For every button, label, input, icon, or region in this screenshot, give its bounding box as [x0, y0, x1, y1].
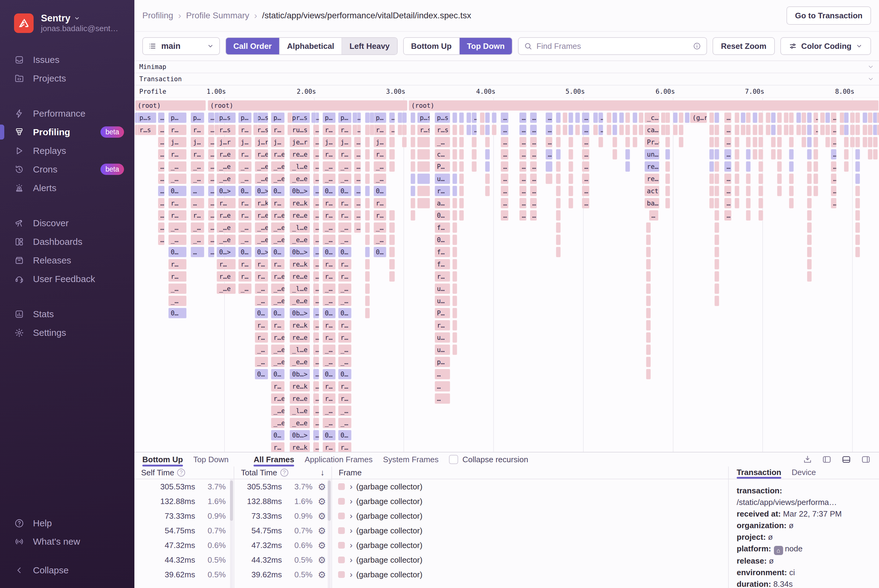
flame-cell[interactable]: un…n: [645, 149, 660, 160]
flame-cell[interactable]: [389, 149, 395, 160]
flame-cell[interactable]: [789, 161, 794, 172]
scrollbar-thumb[interactable]: [230, 480, 233, 521]
flame-cell[interactable]: [365, 161, 370, 172]
flame-cell[interactable]: [807, 161, 812, 172]
flame-cell[interactable]: …: [598, 112, 603, 123]
sidebar-item-profiling[interactable]: Profilingbeta: [0, 123, 134, 141]
flame-cell[interactable]: …: [158, 137, 165, 147]
flame-cell[interactable]: [771, 149, 776, 160]
flame-cell[interactable]: [679, 112, 684, 123]
flame-cell[interactable]: _e…e: [290, 296, 310, 306]
flame-cell[interactable]: [709, 186, 714, 196]
flame-cell[interactable]: _…e: [271, 296, 285, 306]
flame-cell[interactable]: [868, 137, 873, 147]
flame-cell[interactable]: …: [354, 173, 361, 184]
flame-cell[interactable]: …: [519, 112, 526, 123]
flame-cell[interactable]: …: [582, 198, 589, 208]
flame-cell[interactable]: [646, 357, 651, 367]
flame-cell[interactable]: …: [313, 234, 319, 245]
flame-cell[interactable]: [646, 320, 651, 331]
flame-cell[interactable]: Pr…d: [645, 137, 660, 147]
flame-cell[interactable]: [556, 234, 561, 245]
flame-cell[interactable]: [452, 320, 457, 331]
tab-application-frames[interactable]: Application Frames: [305, 453, 373, 466]
flame-cell[interactable]: _…: [323, 357, 336, 367]
flame-cell[interactable]: 0b…>: [290, 247, 310, 257]
flame-cell[interactable]: [563, 124, 568, 135]
flame-cell[interactable]: [452, 332, 457, 343]
flame-cell[interactable]: _…e: [216, 222, 236, 233]
flame-cell[interactable]: [452, 112, 457, 123]
flame-root-cell[interactable]: (root): [208, 100, 407, 111]
flame-cell[interactable]: [771, 112, 776, 123]
flame-cell[interactable]: [735, 137, 739, 147]
flame-cell[interactable]: [492, 112, 497, 123]
flame-cell[interactable]: [485, 186, 490, 196]
flame-cell[interactable]: …: [313, 430, 319, 441]
flame-cell[interactable]: …: [354, 198, 361, 208]
flame-cell[interactable]: c…: [434, 149, 450, 160]
flame-cell[interactable]: [807, 112, 812, 123]
flame-cell[interactable]: [855, 124, 860, 135]
flame-cell[interactable]: …: [389, 124, 395, 135]
flame-cell[interactable]: …: [530, 137, 537, 147]
details-tab-device[interactable]: Device: [792, 466, 816, 479]
flame-cell[interactable]: [485, 137, 490, 147]
flame-cell[interactable]: [389, 259, 395, 270]
flame-cell[interactable]: _…: [238, 284, 252, 294]
flame-cell[interactable]: …: [519, 161, 526, 172]
flame-cell[interactable]: 0…: [271, 186, 285, 196]
flame-cell[interactable]: [452, 161, 457, 172]
flame-cell[interactable]: [646, 332, 651, 343]
flame-cell[interactable]: _…e: [216, 173, 236, 184]
segment-call-order[interactable]: Call Order: [226, 38, 279, 54]
checkbox-box[interactable]: [449, 455, 458, 464]
flame-cell[interactable]: 0…: [323, 369, 336, 380]
flame-cell[interactable]: [746, 173, 751, 184]
flame-cell[interactable]: r…: [338, 124, 352, 135]
flame-cell[interactable]: [840, 112, 844, 123]
flame-cell[interactable]: [862, 124, 867, 135]
thread-selector[interactable]: main: [142, 37, 220, 55]
flame-cell[interactable]: [389, 234, 395, 245]
flame-cell[interactable]: [813, 137, 818, 147]
flame-cell[interactable]: [850, 137, 855, 147]
flame-cell[interactable]: _…: [338, 161, 352, 172]
layout-dock-bottom-icon[interactable]: [841, 454, 852, 464]
flame-cell[interactable]: [714, 186, 719, 196]
sidebar-item-alerts[interactable]: Alerts: [0, 178, 134, 197]
flame-cell[interactable]: [753, 124, 757, 135]
flame-cell[interactable]: …: [313, 186, 319, 196]
flame-cell[interactable]: [844, 124, 849, 135]
flame-cell[interactable]: …: [313, 124, 319, 135]
flame-cell[interactable]: [563, 112, 568, 123]
flame-cell[interactable]: [452, 284, 457, 294]
flame-cell[interactable]: …: [208, 247, 215, 257]
flame-cell[interactable]: r…: [434, 271, 450, 282]
flame-cell[interactable]: p…: [338, 112, 352, 123]
flame-cell[interactable]: …: [724, 210, 732, 221]
flame-cell[interactable]: [825, 137, 830, 147]
flame-cell[interactable]: 0…: [271, 308, 285, 318]
flame-cell[interactable]: [459, 112, 464, 123]
flame-cell[interactable]: 0…: [374, 247, 387, 257]
flame-cell[interactable]: [625, 137, 630, 147]
flame-cell[interactable]: r…: [238, 210, 252, 221]
flame-cell[interactable]: r…: [255, 259, 268, 270]
flame-cell[interactable]: [402, 124, 407, 135]
flame-cell[interactable]: _…e: [271, 405, 285, 416]
flame-cell[interactable]: [389, 161, 395, 172]
flame-cell[interactable]: [389, 222, 395, 233]
segment-left-heavy[interactable]: Left Heavy: [341, 38, 397, 54]
flame-cell[interactable]: r…: [374, 198, 387, 208]
flame-cell[interactable]: [771, 137, 776, 147]
flame-cell[interactable]: [646, 296, 651, 306]
flame-cell[interactable]: r…: [238, 149, 252, 160]
flame-cell[interactable]: [556, 173, 561, 184]
flame-cell[interactable]: u…: [434, 344, 450, 355]
flame-cell[interactable]: [639, 124, 643, 135]
flame-cell[interactable]: [365, 234, 370, 245]
flame-cell[interactable]: r…: [168, 271, 186, 282]
flame-cell[interactable]: [452, 186, 457, 196]
flame-cell[interactable]: …: [313, 284, 319, 294]
